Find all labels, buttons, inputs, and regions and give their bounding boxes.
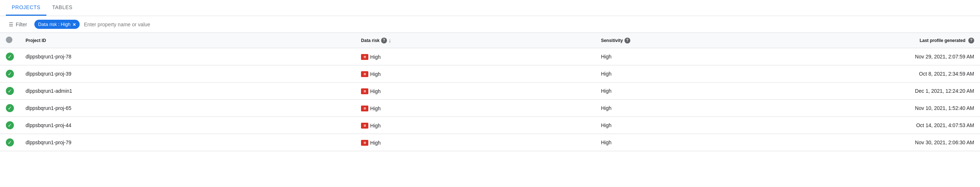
- filter-icon: ☰: [9, 22, 14, 27]
- risk-badge: !!! High: [361, 123, 381, 128]
- row-last-profile: Dec 1, 2021, 12:24:20 AM: [787, 82, 980, 100]
- risk-value: High: [370, 123, 381, 128]
- row-status-cell: ✓: [0, 117, 20, 134]
- risk-badge: !!! High: [361, 54, 381, 60]
- tab-tables[interactable]: TABLES: [46, 0, 79, 16]
- row-last-profile: Oct 14, 2021, 4:07:53 AM: [787, 117, 980, 134]
- row-status-cell: ✓: [0, 65, 20, 82]
- header-data-risk: Data risk ? ↓: [355, 33, 595, 48]
- row-project-id: dlppsbqrun1-proj-44: [20, 117, 355, 134]
- status-check-icon: ✓: [6, 70, 14, 78]
- tab-bar: PROJECTS TABLES: [0, 0, 980, 16]
- row-sensitivity: High: [595, 100, 788, 117]
- row-sensitivity: High: [595, 48, 788, 65]
- row-status-cell: ✓: [0, 134, 20, 151]
- status-check-icon: ✓: [6, 52, 14, 61]
- row-data-risk: !!! High: [355, 48, 595, 65]
- row-last-profile: Nov 29, 2021, 2:07:59 AM: [787, 48, 980, 65]
- risk-high-icon: !!!: [361, 71, 368, 77]
- row-data-risk: !!! High: [355, 117, 595, 134]
- row-last-profile: Nov 10, 2021, 1:52:40 AM: [787, 100, 980, 117]
- risk-high-icon: !!!: [361, 123, 368, 128]
- tab-projects[interactable]: PROJECTS: [6, 0, 46, 16]
- table-row: ✓ dlppsbqrun1-proj-78 !!! High High Nov …: [0, 48, 980, 65]
- row-project-id: dlppsbqrun1-proj-65: [20, 100, 355, 117]
- row-project-id: dlppsbqrun1-proj-79: [20, 134, 355, 151]
- data-risk-sort-icon[interactable]: ↓: [388, 37, 391, 44]
- row-sensitivity: High: [595, 82, 788, 100]
- header-checkbox-cell: [0, 33, 20, 48]
- row-last-profile: Oct 8, 2021, 2:34:59 AM: [787, 65, 980, 82]
- project-id-label: Project ID: [25, 38, 46, 43]
- last-profile-help-icon[interactable]: ?: [968, 38, 974, 43]
- row-status-cell: ✓: [0, 100, 20, 117]
- row-data-risk: !!! High: [355, 82, 595, 100]
- chip-close-icon[interactable]: ×: [73, 21, 76, 27]
- risk-value: High: [370, 89, 381, 94]
- risk-high-icon: !!!: [361, 89, 368, 94]
- table-row: ✓ dlppsbqrun1-admin1 !!! High High Dec 1…: [0, 82, 980, 100]
- risk-value: High: [370, 106, 381, 111]
- risk-value: High: [370, 71, 381, 77]
- row-project-id: dlppsbqrun1-admin1: [20, 82, 355, 100]
- filter-label: Filter: [16, 22, 27, 27]
- row-project-id: dlppsbqrun1-proj-39: [20, 65, 355, 82]
- risk-value: High: [370, 140, 381, 146]
- row-data-risk: !!! High: [355, 100, 595, 117]
- row-status-cell: ✓: [0, 48, 20, 65]
- filter-button[interactable]: ☰ Filter: [6, 20, 30, 29]
- data-risk-label: Data risk: [361, 38, 380, 43]
- sensitivity-label: Sensitivity: [601, 38, 623, 43]
- risk-badge: !!! High: [361, 140, 381, 146]
- data-risk-chip[interactable]: Data risk : High ×: [34, 20, 80, 29]
- header-select-all-icon[interactable]: [6, 36, 13, 43]
- row-sensitivity: High: [595, 117, 788, 134]
- data-risk-help-icon[interactable]: ?: [381, 38, 387, 43]
- row-sensitivity: High: [595, 134, 788, 151]
- table-row: ✓ dlppsbqrun1-proj-79 !!! High High Nov …: [0, 134, 980, 151]
- row-status-cell: ✓: [0, 82, 20, 100]
- sensitivity-help-icon[interactable]: ?: [624, 38, 630, 43]
- last-profile-label: Last profile generated: [920, 38, 966, 43]
- risk-high-icon: !!!: [361, 106, 368, 111]
- header-project-id: Project ID: [20, 33, 355, 48]
- risk-badge: !!! High: [361, 71, 381, 77]
- risk-high-icon: !!!: [361, 140, 368, 146]
- search-input[interactable]: [84, 22, 974, 27]
- row-sensitivity: High: [595, 65, 788, 82]
- risk-badge: !!! High: [361, 106, 381, 111]
- row-project-id: dlppsbqrun1-proj-78: [20, 48, 355, 65]
- table-row: ✓ dlppsbqrun1-proj-65 !!! High High Nov …: [0, 100, 980, 117]
- status-check-icon: ✓: [6, 87, 14, 95]
- status-check-icon: ✓: [6, 138, 14, 146]
- table-header-row: Project ID Data risk ? ↓ Sensitivity ? L…: [0, 33, 980, 48]
- header-sensitivity: Sensitivity ?: [595, 33, 788, 48]
- table-row: ✓ dlppsbqrun1-proj-39 !!! High High Oct …: [0, 65, 980, 82]
- row-last-profile: Nov 30, 2021, 2:06:30 AM: [787, 134, 980, 151]
- risk-high-icon: !!!: [361, 54, 368, 60]
- row-data-risk: !!! High: [355, 134, 595, 151]
- table-row: ✓ dlppsbqrun1-proj-44 !!! High High Oct …: [0, 117, 980, 134]
- projects-table: Project ID Data risk ? ↓ Sensitivity ? L…: [0, 33, 980, 151]
- row-data-risk: !!! High: [355, 65, 595, 82]
- status-check-icon: ✓: [6, 121, 14, 129]
- header-last-profile: Last profile generated ?: [787, 33, 980, 48]
- status-check-icon: ✓: [6, 104, 14, 112]
- risk-value: High: [370, 54, 381, 60]
- risk-badge: !!! High: [361, 89, 381, 94]
- toolbar: ☰ Filter Data risk : High ×: [0, 16, 980, 33]
- chip-label: Data risk : High: [38, 22, 70, 27]
